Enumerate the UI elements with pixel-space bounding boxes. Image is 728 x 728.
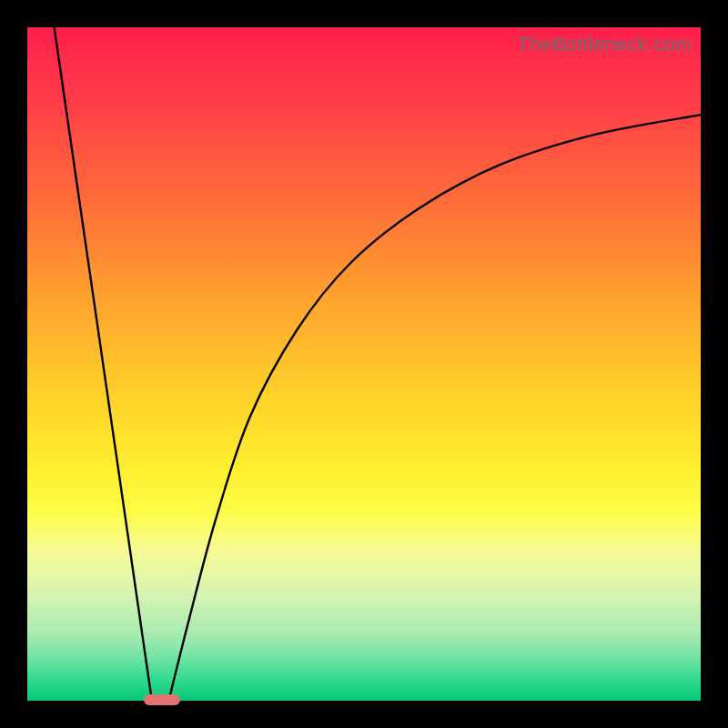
curve-left [55,27,152,701]
chart-curves [27,27,701,701]
plot-area: TheBottleneck.com [27,27,701,701]
curve-right [168,115,701,701]
watermark-label: TheBottleneck.com [517,33,692,56]
bottleneck-marker [144,694,180,705]
chart-frame: TheBottleneck.com [0,0,728,728]
